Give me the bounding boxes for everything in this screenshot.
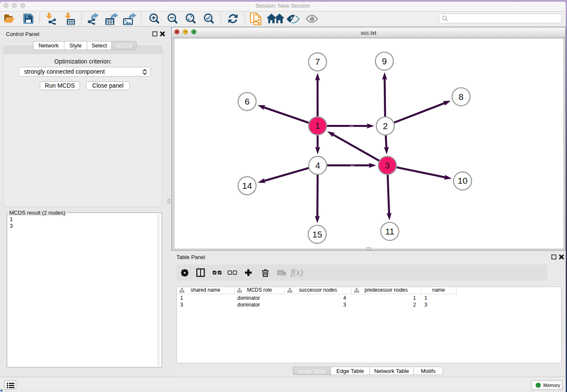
svg-text:7: 7 — [315, 57, 320, 66]
svg-text:14: 14 — [242, 181, 252, 190]
svg-text:10: 10 — [458, 176, 468, 185]
svg-text:1: 1 — [315, 121, 320, 130]
svg-text:3: 3 — [385, 160, 390, 170]
svg-text:6: 6 — [245, 97, 250, 106]
svg-text:4: 4 — [315, 160, 320, 170]
svg-text:8: 8 — [459, 92, 464, 102]
svg-text:11: 11 — [385, 226, 394, 236]
svg-text:9: 9 — [382, 56, 387, 66]
svg-text:15: 15 — [312, 229, 322, 239]
svg-text:2: 2 — [383, 121, 388, 131]
